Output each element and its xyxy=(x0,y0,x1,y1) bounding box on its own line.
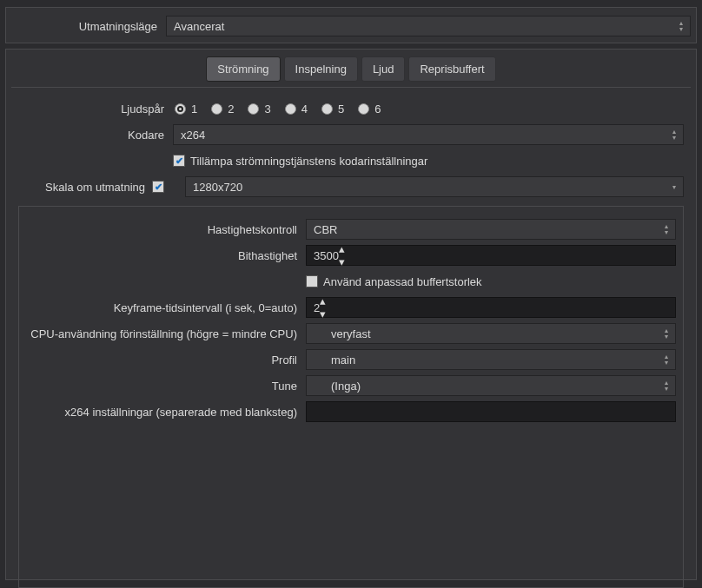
chevron-updown-icon: ▴▾ xyxy=(320,294,326,320)
custom-buffer-checkbox[interactable]: ✔ Använd anpassad buffertstorlek xyxy=(306,275,482,288)
chevron-updown-icon: ▴▾ xyxy=(674,17,688,36)
audio-track-3[interactable]: 3 xyxy=(248,102,270,116)
output-mode-label: Utmatningsläge xyxy=(11,20,166,33)
chevron-updown-icon: ▴▾ xyxy=(659,220,673,239)
keyframe-interval-value: 2 xyxy=(314,301,320,314)
keyframe-interval-label: Keyframe-tidsintervall (i sek, 0=auto) xyxy=(26,301,306,314)
rescale-output-dropdown[interactable]: 1280x720 ▾ xyxy=(185,176,684,197)
encoder-value: x264 xyxy=(181,129,205,142)
cpu-preset-dropdown[interactable]: veryfast ▴▾ xyxy=(306,323,676,344)
chevron-updown-icon: ▴▾ xyxy=(659,376,673,395)
cpu-preset-label: CPU-användning förinställning (högre = m… xyxy=(26,327,306,340)
profile-value: main xyxy=(331,353,355,367)
rate-control-label: Hastighetskontroll xyxy=(26,223,306,236)
audio-track-group: 1 2 3 4 5 6 xyxy=(173,102,381,116)
chevron-updown-icon: ▴▾ xyxy=(339,242,345,268)
radio-icon xyxy=(248,103,259,115)
rate-control-dropdown[interactable]: CBR ▴▾ xyxy=(306,219,676,240)
tune-dropdown[interactable]: (Inga) ▴▾ xyxy=(306,375,676,396)
enforce-service-checkbox[interactable]: ✔ Tillämpa strömningstjänstens kodarinst… xyxy=(173,155,427,168)
chevron-updown-icon: ▴▾ xyxy=(667,125,681,144)
enforce-service-label: Tillämpa strömningstjänstens kodarinstäl… xyxy=(190,155,427,168)
radio-icon xyxy=(175,103,186,115)
tab-audio[interactable]: Ljud xyxy=(361,56,406,82)
tab-streaming[interactable]: Strömning xyxy=(206,56,280,82)
bitrate-value: 3500 xyxy=(314,249,339,262)
audio-track-4[interactable]: 4 xyxy=(285,102,308,116)
profile-label: Profil xyxy=(26,353,306,367)
chevron-updown-icon: ▴▾ xyxy=(659,350,673,369)
bitrate-label: Bithastighet xyxy=(26,249,306,262)
tabs-bar: Strömning Inspelning Ljud Reprisbuffert xyxy=(11,56,691,82)
profile-dropdown[interactable]: main ▴▾ xyxy=(306,349,676,370)
checkbox-icon: ✔ xyxy=(306,275,318,287)
encoder-dropdown[interactable]: x264 ▴▾ xyxy=(173,124,684,145)
encoder-label: Kodare xyxy=(18,129,173,142)
rate-control-value: CBR xyxy=(314,223,337,236)
x264-opts-input[interactable] xyxy=(306,401,676,422)
x264-opts-label: x264 inställningar (separerade med blank… xyxy=(26,406,306,419)
keyframe-interval-input[interactable]: 2 ▴▾ xyxy=(306,297,676,318)
chevron-down-icon: ▾ xyxy=(667,177,681,196)
cpu-preset-value: veryfast xyxy=(331,327,371,340)
rescale-output-checkbox[interactable]: ✔ xyxy=(152,181,164,193)
encoder-settings-panel: Hastighetskontroll CBR ▴▾ Bithastighet 3… xyxy=(18,206,684,588)
output-mode-value: Avancerat xyxy=(174,20,224,33)
radio-icon xyxy=(358,103,369,115)
chevron-updown-icon: ▴▾ xyxy=(659,324,673,343)
tune-label: Tune xyxy=(26,380,306,393)
audio-track-label: Ljudspår xyxy=(18,102,173,116)
output-mode-dropdown[interactable]: Avancerat ▴▾ xyxy=(166,16,691,36)
bitrate-input[interactable]: 3500 ▴▾ xyxy=(306,245,676,266)
tab-recording[interactable]: Inspelning xyxy=(284,56,358,82)
audio-track-5[interactable]: 5 xyxy=(321,102,344,116)
audio-track-1[interactable]: 1 xyxy=(175,102,197,116)
rescale-output-value: 1280x720 xyxy=(193,181,242,194)
tune-value: (Inga) xyxy=(331,380,361,393)
tab-replay-buffer[interactable]: Reprisbuffert xyxy=(408,56,495,82)
audio-track-6[interactable]: 6 xyxy=(358,102,381,116)
audio-track-2[interactable]: 2 xyxy=(211,102,234,116)
rescale-output-label: Skala om utmatning xyxy=(45,181,145,194)
radio-icon xyxy=(211,103,222,115)
radio-icon xyxy=(321,103,333,115)
custom-buffer-label: Använd anpassad buffertstorlek xyxy=(323,275,482,288)
checkmark-icon: ✔ xyxy=(173,155,185,167)
radio-icon xyxy=(285,103,296,115)
